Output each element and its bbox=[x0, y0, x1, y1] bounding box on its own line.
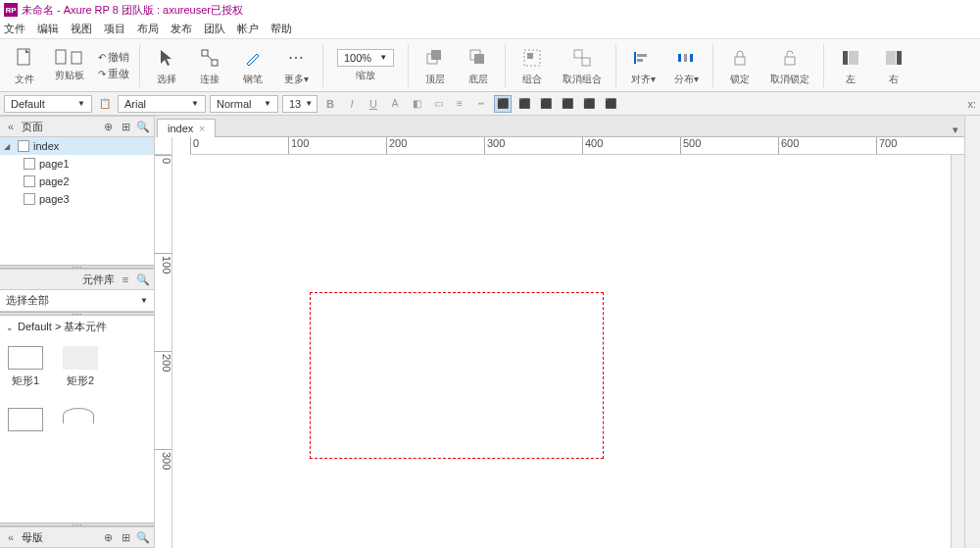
tb-front[interactable]: 顶层 bbox=[418, 45, 452, 86]
panel-left-icon bbox=[838, 45, 863, 71]
valign-mid-button[interactable]: ⬛ bbox=[580, 95, 598, 113]
page-icon bbox=[18, 140, 29, 152]
vertical-scrollbar[interactable] bbox=[951, 155, 964, 548]
underline-button[interactable]: U bbox=[365, 95, 382, 113]
svg-rect-18 bbox=[684, 54, 687, 62]
tb-right[interactable]: 右 bbox=[877, 45, 910, 86]
search-icon[interactable]: 🔍 bbox=[136, 530, 150, 544]
menu-publish[interactable]: 发布 bbox=[171, 22, 192, 36]
right-panel-collapsed[interactable] bbox=[964, 116, 980, 548]
unlock-icon bbox=[777, 45, 803, 71]
panel-splitter[interactable] bbox=[0, 523, 154, 526]
panel-right-icon bbox=[881, 45, 906, 71]
tb-select[interactable]: 选择 bbox=[150, 45, 183, 86]
menu-project[interactable]: 项目 bbox=[104, 22, 125, 36]
border-width-button[interactable]: ≡ bbox=[451, 95, 468, 113]
align-center-button[interactable]: ⬛ bbox=[515, 95, 533, 113]
add-folder-icon[interactable]: ⊞ bbox=[119, 120, 132, 133]
shape-rect2[interactable]: 矩形2 bbox=[63, 346, 98, 388]
paste-icon bbox=[71, 49, 84, 67]
page-row-page1[interactable]: page1 bbox=[0, 155, 154, 173]
font-select[interactable]: Arial▼ bbox=[118, 95, 206, 113]
svg-rect-11 bbox=[527, 53, 533, 59]
lib-menu-icon[interactable]: ≡ bbox=[119, 273, 132, 286]
tb-align[interactable]: 对齐▾ bbox=[626, 45, 660, 86]
new-file-icon bbox=[12, 45, 37, 71]
tb-distribute[interactable]: 分布▾ bbox=[669, 45, 703, 86]
tb-zoom[interactable]: 100%▼ 缩放 bbox=[333, 49, 398, 82]
page-row-page3[interactable]: page3 bbox=[0, 190, 154, 208]
pages-panel-header: « 页面 ⊕ ⊞ 🔍 bbox=[0, 116, 154, 137]
tb-clipboard[interactable]: 剪贴板 bbox=[51, 49, 88, 82]
window-title: 未命名 - Axure RP 8 团队版 : axureuser已授权 bbox=[22, 3, 243, 18]
svg-rect-20 bbox=[735, 57, 745, 65]
page-row-page2[interactable]: page2 bbox=[0, 173, 154, 190]
svg-line-5 bbox=[208, 56, 212, 60]
tb-file[interactable]: 文件 bbox=[8, 45, 41, 86]
svg-rect-24 bbox=[886, 51, 896, 65]
page-tabs: index × ▾ bbox=[155, 116, 964, 137]
hotspot-widget[interactable] bbox=[310, 292, 604, 459]
shape-ellipse[interactable] bbox=[63, 408, 94, 431]
svg-rect-9 bbox=[474, 54, 484, 64]
horizontal-ruler[interactable]: 0 100 200 300 400 500 600 700 800 bbox=[190, 137, 964, 155]
tabs-dropdown-icon[interactable]: ▾ bbox=[947, 124, 964, 137]
tb-connect[interactable]: 连接 bbox=[193, 45, 226, 86]
tab-index[interactable]: index × bbox=[157, 119, 216, 137]
search-icon[interactable]: 🔍 bbox=[136, 273, 150, 286]
fill-color-button[interactable]: ◧ bbox=[408, 95, 425, 113]
tb-ungroup[interactable]: 取消组合 bbox=[559, 45, 606, 86]
shape-rect1[interactable]: 矩形1 bbox=[8, 346, 43, 388]
tb-unlock[interactable]: 取消锁定 bbox=[766, 45, 813, 86]
italic-button[interactable]: I bbox=[343, 95, 361, 113]
panel-splitter[interactable] bbox=[0, 265, 154, 269]
menu-help[interactable]: 帮助 bbox=[270, 22, 292, 36]
bold-button[interactable]: B bbox=[321, 95, 339, 113]
svg-rect-12 bbox=[574, 50, 582, 58]
group-icon bbox=[519, 45, 545, 71]
weight-select[interactable]: Normal▼ bbox=[210, 95, 278, 113]
menu-team[interactable]: 团队 bbox=[204, 22, 225, 36]
search-icon[interactable]: 🔍 bbox=[136, 120, 150, 133]
style-select[interactable]: Default▼ bbox=[4, 95, 92, 113]
text-color-button[interactable]: A bbox=[386, 95, 404, 113]
align-icon bbox=[630, 45, 656, 71]
menu-edit[interactable]: 编辑 bbox=[37, 22, 59, 36]
align-left-button[interactable]: ⬛ bbox=[494, 95, 512, 113]
svg-rect-19 bbox=[690, 54, 693, 62]
border-style-button[interactable]: ┅ bbox=[472, 95, 490, 113]
tb-undo[interactable]: ↶ 撤销 bbox=[98, 50, 129, 65]
canvas[interactable] bbox=[172, 155, 951, 548]
add-master-icon[interactable]: ⊕ bbox=[101, 530, 115, 544]
expand-icon[interactable]: ◢ bbox=[4, 142, 14, 151]
app-logo-icon: RP bbox=[4, 3, 18, 17]
menu-view[interactable]: 视图 bbox=[71, 22, 92, 36]
menu-layout[interactable]: 布局 bbox=[137, 22, 159, 36]
tb-lock[interactable]: 锁定 bbox=[723, 45, 757, 86]
shape-rect3[interactable] bbox=[8, 408, 43, 431]
tb-group[interactable]: 组合 bbox=[515, 45, 549, 86]
tb-back[interactable]: 底层 bbox=[462, 45, 495, 86]
tb-redo[interactable]: ↷ 重做 bbox=[98, 67, 129, 81]
menu-account[interactable]: 帐户 bbox=[237, 22, 259, 36]
tb-more[interactable]: ⋯ 更多▾ bbox=[279, 45, 313, 86]
border-color-button[interactable]: ▭ bbox=[429, 95, 447, 113]
close-tab-icon[interactable]: × bbox=[199, 124, 205, 134]
format-bar: Default▼ 📋 Arial▼ Normal▼ 13▼ B I U A ◧ … bbox=[0, 92, 980, 116]
collapse-icon[interactable]: « bbox=[4, 530, 18, 544]
tb-pen[interactable]: 钢笔 bbox=[236, 45, 270, 86]
page-row-index[interactable]: ◢ index bbox=[0, 137, 154, 155]
collapse-icon[interactable]: « bbox=[4, 120, 18, 133]
valign-top-button[interactable]: ⬛ bbox=[559, 95, 576, 113]
valign-bot-button[interactable]: ⬛ bbox=[602, 95, 619, 113]
add-page-icon[interactable]: ⊕ bbox=[101, 120, 115, 133]
add-folder-icon[interactable]: ⊞ bbox=[119, 530, 132, 544]
menu-file[interactable]: 文件 bbox=[4, 22, 25, 36]
vertical-ruler[interactable]: 0 100 200 300 bbox=[155, 155, 172, 548]
align-right-button[interactable]: ⬛ bbox=[537, 95, 555, 113]
panel-splitter[interactable] bbox=[0, 312, 154, 316]
tb-left[interactable]: 左 bbox=[834, 45, 867, 86]
zoom-input[interactable]: 100%▼ bbox=[337, 49, 394, 67]
size-select[interactable]: 13▼ bbox=[282, 95, 318, 113]
style-copy-icon[interactable]: 📋 bbox=[96, 95, 114, 113]
